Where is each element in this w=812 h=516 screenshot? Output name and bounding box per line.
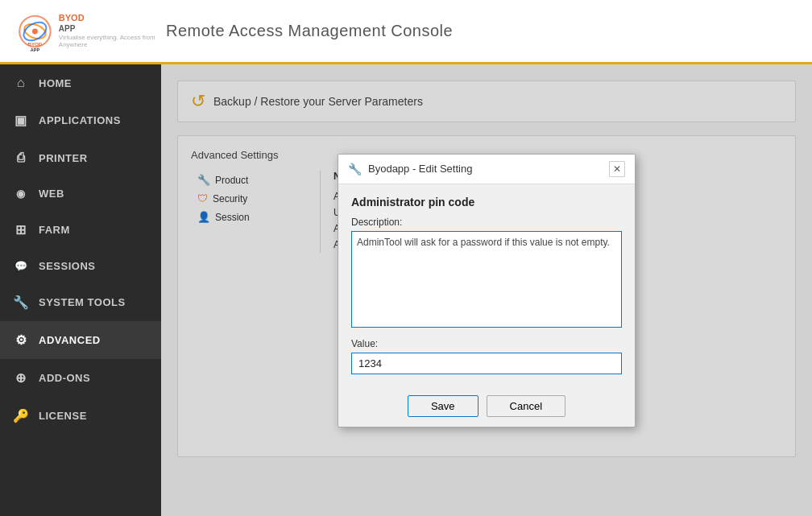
sidebar-label-farm: FARM [39,224,70,236]
sidebar-label-advanced: ADVANCED [39,334,101,346]
sidebar-label-home: HOME [39,77,72,89]
sidebar-item-applications[interactable]: ▣ APPLICATIONS [0,101,161,139]
save-button[interactable]: Save [408,395,478,417]
system-tools-icon: 🔧 [13,295,29,310]
sidebar-item-home[interactable]: ⌂ HOME [0,64,161,101]
applications-icon: ▣ [13,113,29,128]
sidebar-label-add-ons: ADD-ONS [39,372,90,384]
topbar: BYOD APP BYOD APP Virtualise everything.… [0,0,812,64]
sidebar: ⌂ HOME ▣ APPLICATIONS ⎙ PRINTER ◉ WEB ⊞ … [0,64,161,516]
logo-area: BYOD APP BYOD APP Virtualise everything.… [13,7,158,56]
modal-setting-name: Administrator pin code [351,196,622,208]
cancel-button[interactable]: Cancel [487,395,566,417]
sidebar-label-applications: APPLICATIONS [39,114,121,126]
add-ons-icon: ⊕ [13,370,29,386]
svg-text:BYOD: BYOD [28,41,43,47]
sidebar-item-add-ons[interactable]: ⊕ ADD-ONS [0,359,161,397]
sidebar-item-license[interactable]: 🔑 LICENSE [0,397,161,435]
sidebar-item-farm[interactable]: ⊞ FARM [0,211,161,249]
sidebar-label-sessions: SESSIONS [39,260,95,272]
main-content: ↺ Backup / Restore your Server Parameter… [161,64,812,516]
advanced-icon: ⚙ [13,332,29,348]
sidebar-item-system-tools[interactable]: 🔧 SYSTEM TOOLS [0,283,161,321]
sidebar-label-system-tools: SYSTEM TOOLS [39,296,126,308]
modal-title-icon: 🔧 [348,163,362,175]
modal-title-left: 🔧 Byodapp - Edit Setting [348,163,472,175]
modal-close-button[interactable]: ✕ [609,161,625,177]
sidebar-label-printer: PRINTER [39,152,88,164]
modal-title-text: Byodapp - Edit Setting [368,163,472,175]
sidebar-item-printer[interactable]: ⎙ PRINTER [0,139,161,176]
printer-icon: ⎙ [13,151,29,165]
logo: BYOD APP [13,7,57,56]
sidebar-item-sessions[interactable]: 💬 SESSIONS [0,249,161,283]
layout: ⌂ HOME ▣ APPLICATIONS ⎙ PRINTER ◉ WEB ⊞ … [0,64,812,516]
modal-desc-label: Description: [351,217,622,228]
svg-point-3 [32,28,38,34]
modal-description-box [351,231,622,328]
modal-titlebar: 🔧 Byodapp - Edit Setting ✕ [338,155,635,184]
sidebar-label-web: WEB [39,188,64,200]
sidebar-label-license: LICENSE [39,410,87,422]
sidebar-item-web[interactable]: ◉ WEB [0,176,161,211]
edit-setting-modal: 🔧 Byodapp - Edit Setting ✕ Administrator… [338,154,636,427]
sessions-icon: 💬 [13,260,29,272]
farm-icon: ⊞ [13,222,29,237]
web-icon: ◉ [13,188,29,200]
app-title: Remote Access Management Console [166,22,453,40]
modal-value-input[interactable] [351,353,622,374]
modal-footer: Save Cancel [338,386,635,427]
home-icon: ⌂ [13,76,29,90]
modal-body: Administrator pin code Description: Valu… [338,184,635,386]
svg-text:APP: APP [31,47,40,52]
modal-overlay: 🔧 Byodapp - Edit Setting ✕ Administrator… [161,64,812,516]
sidebar-item-advanced[interactable]: ⚙ ADVANCED [0,321,161,359]
modal-value-label: Value: [351,338,622,349]
license-icon: 🔑 [13,408,29,423]
